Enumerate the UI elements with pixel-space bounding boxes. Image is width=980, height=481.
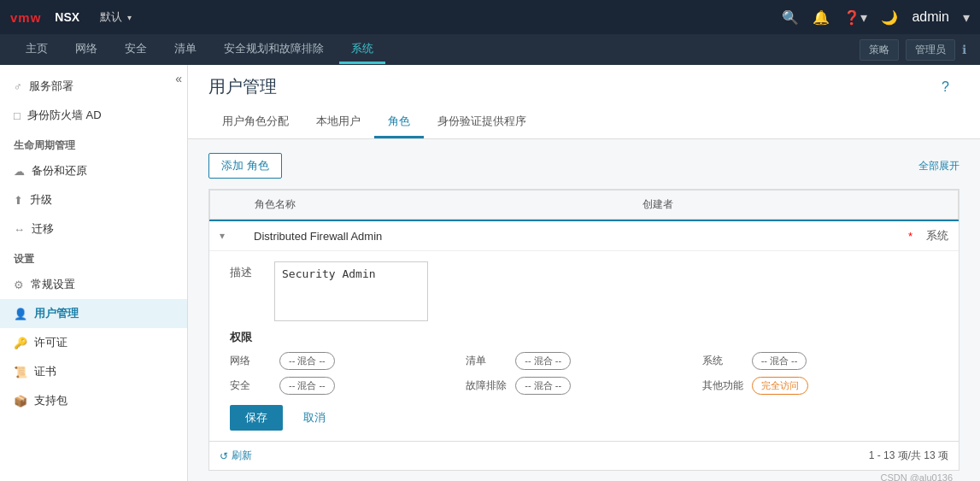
- search-icon[interactable]: 🔍: [782, 9, 799, 26]
- sidebar-item-label: 用户管理: [34, 306, 79, 321]
- chevron-down-icon: ▾: [127, 13, 132, 22]
- sidebar-item-service-deploy[interactable]: ♂ 服务部署: [0, 72, 187, 101]
- help-icon[interactable]: ❓▾: [843, 9, 867, 26]
- tab-system[interactable]: 系统: [339, 36, 385, 64]
- sidebar-item-migrate[interactable]: ↔ 迁移: [0, 214, 187, 243]
- tab-network[interactable]: 网络: [63, 36, 109, 64]
- perm-badge-security[interactable]: -- 混合 --: [279, 377, 335, 395]
- upgrade-icon: ⬆: [14, 194, 23, 207]
- perm-badge-other[interactable]: 完全访问: [752, 377, 808, 395]
- perm-badge-system[interactable]: -- 混合 --: [752, 352, 807, 370]
- description-label: 描述: [230, 261, 264, 280]
- perm-name-inventory: 清单: [466, 354, 508, 368]
- admin-chevron-icon[interactable]: ▾: [963, 9, 970, 26]
- sidebar-collapse-btn[interactable]: «: [170, 68, 187, 89]
- tab-roles[interactable]: 角色: [374, 107, 424, 138]
- permissions-label: 权限: [230, 330, 938, 345]
- settings-icon: ⚙: [14, 279, 24, 291]
- tab-inventory[interactable]: 清单: [162, 36, 208, 64]
- bell-icon[interactable]: 🔔: [813, 9, 830, 26]
- main-tab-right: 策略 管理员 ℹ: [860, 39, 966, 61]
- perm-row-other: 其他功能 完全访问: [702, 377, 938, 395]
- sidebar-section-settings: 设置: [0, 243, 187, 270]
- top-nav-right: 🔍 🔔 ❓▾ 🌙 admin ▾: [782, 9, 970, 26]
- roles-table: 角色名称 创建者: [209, 190, 959, 220]
- col-creator: 创建者: [632, 191, 959, 220]
- creator-cell: 系统: [926, 228, 948, 243]
- sidebar-item-label: 支持包: [34, 393, 67, 408]
- tab-home[interactable]: 主页: [14, 36, 60, 64]
- support-icon: 📦: [14, 395, 27, 408]
- sidebar-item-label: 身份防火墙 AD: [27, 108, 102, 123]
- page-title-text: 用户管理: [208, 75, 277, 98]
- env-name: 默认: [100, 9, 122, 25]
- save-button[interactable]: 保存: [230, 405, 283, 431]
- main-content: 用户管理 ? 用户角色分配 本地用户 角色 身份验证提供程序 添加 角色 全部展…: [188, 65, 980, 481]
- perm-badge-troubleshoot[interactable]: -- 混合 --: [515, 377, 571, 395]
- tab-troubleshoot[interactable]: 安全规划和故障排除: [212, 36, 336, 64]
- perm-name-network: 网络: [230, 354, 273, 368]
- sidebar-section-lifecycle: 生命周期管理: [0, 130, 187, 156]
- required-star: *: [908, 230, 913, 243]
- sidebar-item-upgrade[interactable]: ⬆ 升级: [0, 185, 187, 214]
- sidebar-item-user-mgmt[interactable]: 👤 用户管理: [0, 299, 187, 328]
- tab-auth-provider[interactable]: 身份验证提供程序: [424, 107, 540, 138]
- tab-local-user[interactable]: 本地用户: [302, 107, 374, 138]
- main-tabs: 主页 网络 安全 清单 安全规划和故障排除 系统 策略 管理员 ℹ: [0, 34, 980, 65]
- sidebar-item-license[interactable]: 🔑 许可证: [0, 328, 187, 357]
- perm-row-network: 网络 -- 混合 --: [230, 352, 466, 370]
- tab-user-role[interactable]: 用户角色分配: [208, 107, 302, 138]
- add-role-button[interactable]: 添加 角色: [208, 153, 282, 179]
- page-title: 用户管理 ?: [208, 75, 959, 98]
- role-name-cell: Distributed Firewall Admin: [254, 230, 905, 243]
- cancel-button[interactable]: 取消: [291, 405, 337, 431]
- admin-btn[interactable]: 管理员: [906, 39, 955, 61]
- perm-name-other: 其他功能: [702, 378, 745, 393]
- sidebar-item-label: 升级: [30, 192, 52, 208]
- sidebar-item-label: 服务部署: [29, 79, 73, 94]
- refresh-icon: ↺: [220, 450, 228, 462]
- sidebar-item-backup[interactable]: ☁ 备份和还原: [0, 156, 187, 185]
- sidebar-item-idfw-ad[interactable]: □ 身份防火墙 AD: [0, 101, 187, 130]
- nsx-label: NSX: [55, 10, 79, 24]
- sidebar-item-general[interactable]: ⚙ 常规设置: [0, 270, 187, 299]
- perm-badge-inventory[interactable]: -- 混合 --: [515, 352, 571, 370]
- idfw-icon: □: [14, 109, 21, 122]
- content-header: 用户管理 ? 用户角色分配 本地用户 角色 身份验证提供程序: [188, 65, 980, 139]
- license-icon: 🔑: [14, 337, 27, 349]
- layout: « ♂ 服务部署 □ 身份防火墙 AD 生命周期管理 ☁ 备份和还原 ⬆ 升级 …: [0, 65, 980, 481]
- sidebar-item-label: 证书: [34, 364, 56, 379]
- page-help-icon[interactable]: ?: [942, 79, 949, 95]
- top-nav: vmw NSX 默认 ▾ 🔍 🔔 ❓▾ 🌙 admin ▾: [0, 0, 980, 34]
- info-icon[interactable]: ℹ: [962, 43, 966, 56]
- sidebar-item-label: 常规设置: [31, 277, 75, 292]
- sidebar-item-cert[interactable]: 📜 证书: [0, 357, 187, 386]
- perm-row-system: 系统 -- 混合 --: [702, 352, 938, 370]
- description-textarea[interactable]: Security Admin: [274, 261, 428, 321]
- refresh-label: 刷新: [232, 449, 252, 463]
- col-expand: [210, 191, 244, 220]
- cert-icon: 📜: [14, 366, 27, 378]
- permissions-section: 权限 网络 -- 混合 -- 清单 -- 混合 --: [230, 330, 938, 395]
- perm-row-inventory: 清单 -- 混合 --: [466, 352, 701, 370]
- backup-icon: ☁: [14, 165, 25, 178]
- policy-btn[interactable]: 策略: [860, 39, 899, 61]
- pagination-label: 1 - 13 项/共 13 项: [869, 449, 948, 463]
- user-icon: 👤: [14, 308, 27, 320]
- expand-all-link[interactable]: 全部展开: [918, 159, 959, 173]
- perm-badge-network[interactable]: -- 混合 --: [279, 352, 335, 370]
- expanded-inner: 描述 Security Admin 权限 网络 -- 混合 --: [209, 251, 959, 441]
- sidebar-item-support[interactable]: 📦 支持包: [0, 386, 187, 415]
- theme-icon[interactable]: 🌙: [881, 9, 898, 26]
- tab-security[interactable]: 安全: [113, 36, 159, 64]
- refresh-button[interactable]: ↺ 刷新: [220, 449, 252, 463]
- expanded-row-header: ▾ Distributed Firewall Admin * 系统: [209, 221, 959, 251]
- perm-name-security: 安全: [230, 378, 273, 393]
- perm-name-troubleshoot: 故障排除: [466, 378, 508, 393]
- service-deploy-icon: ♂: [14, 80, 22, 93]
- chevron-down-row-icon[interactable]: ▾: [220, 230, 254, 242]
- admin-label[interactable]: admin: [912, 9, 949, 25]
- credits-text: CSDN @alu0136: [208, 471, 959, 481]
- description-field-row: 描述 Security Admin: [230, 261, 938, 321]
- env-select[interactable]: 默认 ▾: [100, 9, 132, 25]
